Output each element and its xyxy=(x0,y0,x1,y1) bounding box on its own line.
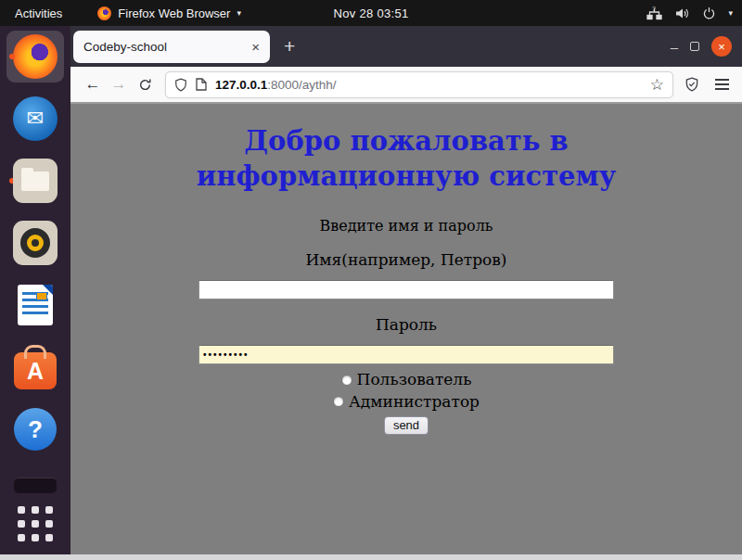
role-admin-label: Администратор xyxy=(349,393,480,411)
dock-item-help[interactable]: ? xyxy=(6,403,64,455)
dock-item-thunderbird[interactable]: ✉ xyxy=(6,93,64,145)
shield-check-icon[interactable] xyxy=(684,77,699,92)
password-label: Пароль xyxy=(70,315,742,334)
dock-item-libreoffice-writer[interactable] xyxy=(6,279,64,331)
files-icon xyxy=(13,159,58,203)
url-host: 127.0.0.1 xyxy=(215,78,267,92)
activities-button[interactable]: Activities xyxy=(15,6,62,20)
volume-icon xyxy=(674,6,690,20)
restore-button[interactable] xyxy=(690,42,699,51)
app-menu[interactable]: Firefox Web Browser ▾ xyxy=(97,6,241,20)
help-icon: ? xyxy=(14,408,57,451)
show-applications-button[interactable] xyxy=(18,506,53,541)
radio-button-icon[interactable] xyxy=(333,396,344,407)
window-bottom-edge xyxy=(0,554,742,560)
url-text[interactable]: 127.0.0.1:8000/aythh/ xyxy=(215,78,337,92)
rhythmbox-icon xyxy=(13,221,58,265)
role-option-user[interactable]: Пользователь xyxy=(70,371,742,388)
navigation-toolbar: ← → 127.0.0.1:8000/aythh/ ☆ xyxy=(70,67,742,104)
page-content: Добро пожаловать в информационную систем… xyxy=(70,104,742,554)
svg-text:?: ? xyxy=(653,6,657,12)
chevron-down-icon: ▾ xyxy=(237,8,241,18)
dock-item-firefox[interactable] xyxy=(6,31,64,83)
dock-item-files[interactable] xyxy=(6,155,64,207)
reload-button[interactable] xyxy=(132,78,158,92)
url-path: :8000/aythh/ xyxy=(267,78,336,92)
dock-item-partial[interactable] xyxy=(14,477,57,493)
forward-button: → xyxy=(106,75,132,94)
address-bar[interactable]: 127.0.0.1:8000/aythh/ ☆ xyxy=(165,71,673,98)
thunderbird-icon: ✉ xyxy=(13,96,58,141)
firefox-icon xyxy=(13,34,58,79)
page-info-icon[interactable] xyxy=(196,78,207,91)
system-tray[interactable]: ? ▾ xyxy=(646,6,733,20)
bookmark-star-icon[interactable]: ☆ xyxy=(650,75,664,95)
libreoffice-writer-icon xyxy=(18,285,53,325)
tab-bar: Codeby-school × + – × xyxy=(70,26,742,67)
ubuntu-dock: ✉ A ? xyxy=(0,26,70,554)
send-button[interactable]: send xyxy=(384,416,429,435)
dock-item-ubuntu-software[interactable]: A xyxy=(6,341,64,393)
close-button[interactable]: × xyxy=(711,36,732,57)
tab-codeby-school[interactable]: Codeby-school × xyxy=(73,31,270,63)
page-title: Добро пожаловать в информационную систем… xyxy=(119,124,694,194)
menu-caret-icon: ▾ xyxy=(728,8,733,18)
clock[interactable]: Nov 28 03:51 xyxy=(334,6,409,20)
firefox-icon xyxy=(97,6,111,20)
minimize-button[interactable]: – xyxy=(671,40,678,54)
instruction-text: Введите имя и пароль xyxy=(70,217,742,235)
firefox-window: Codeby-school × + – × ← → xyxy=(70,26,742,554)
tab-title: Codeby-school xyxy=(83,40,167,54)
name-input[interactable] xyxy=(198,280,614,299)
network-icon: ? xyxy=(646,6,662,20)
running-indicator xyxy=(9,54,15,59)
menu-hamburger-icon[interactable] xyxy=(715,79,729,90)
back-button[interactable]: ← xyxy=(80,75,106,94)
dock-item-rhythmbox[interactable] xyxy=(6,217,64,269)
radio-button-icon[interactable] xyxy=(341,375,352,386)
ubuntu-software-icon: A xyxy=(14,352,57,389)
system-top-bar: Activities Firefox Web Browser ▾ Nov 28 … xyxy=(0,0,742,26)
window-controls: – × xyxy=(671,36,732,57)
app-menu-label: Firefox Web Browser xyxy=(118,6,230,20)
power-icon xyxy=(702,6,716,20)
tab-close-icon[interactable]: × xyxy=(251,40,260,54)
role-option-admin[interactable]: Администратор xyxy=(70,393,742,411)
role-user-label: Пользователь xyxy=(357,371,472,388)
shield-icon[interactable] xyxy=(174,78,187,92)
name-label: Имя(например, Петров) xyxy=(70,250,742,269)
new-tab-button[interactable]: + xyxy=(284,35,295,57)
password-input[interactable] xyxy=(198,345,614,364)
